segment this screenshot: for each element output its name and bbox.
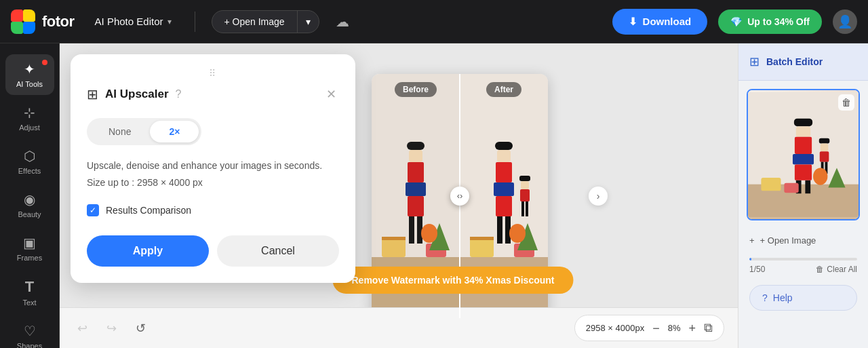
zoom-in-button[interactable]: + (688, 322, 696, 334)
svg-rect-23 (496, 162, 512, 182)
copy-button[interactable]: ⧉ (704, 321, 713, 335)
progress-info: 1/50 🗑 Clear All (749, 265, 857, 274)
svg-rect-2 (23, 9, 35, 22)
watermark-banner[interactable]: Remove Watermark with 34% Xmas Discount (332, 267, 573, 294)
open-image-main[interactable]: + Open Image (212, 11, 298, 33)
sidebar-item-text[interactable]: T Text (5, 271, 54, 313)
cloud-button[interactable]: ☁ (330, 8, 355, 35)
svg-rect-15 (382, 237, 406, 240)
plus-icon: + (749, 235, 755, 246)
drag-dots-icon: ⠿ (209, 68, 217, 79)
diamond-icon: 💎 (730, 16, 742, 27)
svg-rect-48 (821, 144, 829, 152)
open-image-label: + Open Image (760, 235, 816, 246)
discount-button[interactable]: 💎 Up to 34% Off (718, 9, 822, 34)
split-handle[interactable]: ‹› (450, 187, 469, 206)
checkmark-icon: ✓ (90, 206, 96, 215)
svg-rect-3 (11, 22, 23, 34)
results-comparison-row[interactable]: ✓ Results Comparison (87, 204, 339, 216)
results-comparison-checkbox[interactable]: ✓ (87, 204, 99, 216)
avatar-icon: 👤 (837, 14, 852, 29)
sidebar-item-ai-tools[interactable]: ✦ AI Tools (5, 54, 54, 95)
panel-size-label: Size up to : 2958 × 4000 px (87, 177, 339, 188)
help-label: Help (773, 292, 793, 303)
svg-rect-43 (793, 154, 814, 165)
svg-rect-41 (796, 126, 810, 137)
text-icon: T (25, 278, 34, 296)
zoom-out-button[interactable]: − (652, 322, 660, 334)
svg-rect-44 (795, 165, 812, 180)
open-image-row[interactable]: + + Open Image (738, 229, 868, 252)
svg-rect-10 (406, 182, 426, 196)
history-button[interactable]: ↺ (132, 317, 150, 340)
svg-rect-9 (408, 162, 424, 182)
clear-all-label: Clear All (827, 265, 857, 274)
svg-rect-22 (497, 150, 511, 162)
download-label: Download (643, 16, 692, 27)
logo-text: fotor (42, 13, 75, 31)
svg-rect-1 (11, 9, 23, 22)
svg-rect-12 (409, 216, 414, 244)
before-label: Before (395, 82, 437, 97)
svg-rect-21 (495, 142, 513, 150)
scale-option-2x[interactable]: 2× (150, 121, 199, 142)
cancel-button[interactable]: Cancel (217, 235, 339, 267)
close-panel-icon[interactable]: ✕ (323, 84, 339, 104)
open-image-dropdown-arrow[interactable]: ▾ (298, 11, 319, 33)
sidebar-item-shapes[interactable]: ♡ Shapes (5, 316, 54, 348)
adjust-icon: ⊹ (24, 104, 35, 121)
scale-selector: None 2× (87, 118, 201, 145)
right-panel-toggle[interactable]: › (589, 187, 608, 206)
delete-thumbnail-button[interactable]: 🗑 (838, 94, 854, 111)
progress-bar-fill (749, 258, 751, 260)
progress-row: 1/50 🗑 Clear All (738, 252, 868, 279)
chevron-down-icon: ▾ (167, 17, 172, 26)
shapes-icon: ♡ (24, 323, 36, 339)
header: fotor AI Photo Editor ▾ + Open Image ▾ ☁… (0, 0, 868, 43)
app-selector[interactable]: AI Photo Editor ▾ (88, 12, 178, 31)
action-buttons: Apply Cancel (87, 235, 339, 267)
batch-editor-header: ⊞ Batch Editor (738, 43, 868, 81)
svg-rect-47 (819, 138, 830, 144)
open-image-button[interactable]: + Open Image ▾ (212, 10, 319, 33)
svg-rect-34 (470, 237, 494, 240)
dimensions-label: 2958 × 4000px (586, 323, 644, 333)
trash-icon: 🗑 (842, 97, 851, 108)
svg-rect-28 (519, 176, 530, 181)
avatar-button[interactable]: 👤 (833, 9, 857, 34)
sidebar-item-effects[interactable]: ⬡ Effects (5, 141, 54, 182)
panel-title-area: ⊞ AI Upscaler ? (87, 86, 181, 102)
undo-button[interactable]: ↩ (73, 317, 92, 340)
logo-area[interactable]: fotor (11, 9, 75, 34)
download-icon: ⬇ (629, 16, 637, 28)
redo-button[interactable]: ↪ (102, 317, 121, 340)
trash-small-icon: 🗑 (816, 265, 824, 274)
app-name-label: AI Photo Editor (95, 16, 163, 27)
sidebar-item-shapes-label: Shapes (17, 342, 42, 348)
right-panel: ⊞ Batch Editor (738, 43, 868, 348)
apply-button[interactable]: Apply (87, 235, 209, 267)
after-label: After (486, 82, 521, 97)
help-circle-icon[interactable]: ? (176, 88, 182, 100)
discount-label: Up to 34% Off (747, 16, 810, 27)
svg-rect-42 (795, 137, 812, 154)
panel-drag-handle[interactable]: ⠿ (87, 68, 339, 79)
help-button[interactable]: ? Help (749, 285, 857, 311)
sidebar-item-ai-tools-label: AI Tools (16, 80, 43, 88)
download-button[interactable]: ⬇ Download (612, 9, 708, 35)
progress-count: 1/50 (749, 265, 765, 274)
ai-upscaler-panel: ⠿ ⊞ AI Upscaler ? ✕ None 2× Upscale, den… (71, 54, 355, 283)
sidebar-item-adjust[interactable]: ⊹ Adjust (5, 98, 54, 138)
scale-option-none[interactable]: None (90, 121, 150, 142)
image-thumbnail: 🗑 (747, 89, 860, 220)
sidebar-item-effects-label: Effects (18, 167, 41, 175)
sidebar-item-beauty[interactable]: ◉ Beauty (5, 185, 54, 225)
watermark-text: Remove Watermark with 34% Xmas Discount (351, 275, 554, 286)
open-image-label: + Open Image (224, 16, 285, 27)
results-comparison-label: Results Comparison (106, 205, 191, 216)
upscaler-icon: ⊞ (87, 86, 98, 102)
zoom-level: 8% (668, 323, 681, 333)
clear-all-button[interactable]: 🗑 Clear All (816, 265, 857, 274)
sidebar-item-frames[interactable]: ▣ Frames (5, 228, 54, 269)
ai-tools-icon: ✦ (24, 61, 35, 77)
